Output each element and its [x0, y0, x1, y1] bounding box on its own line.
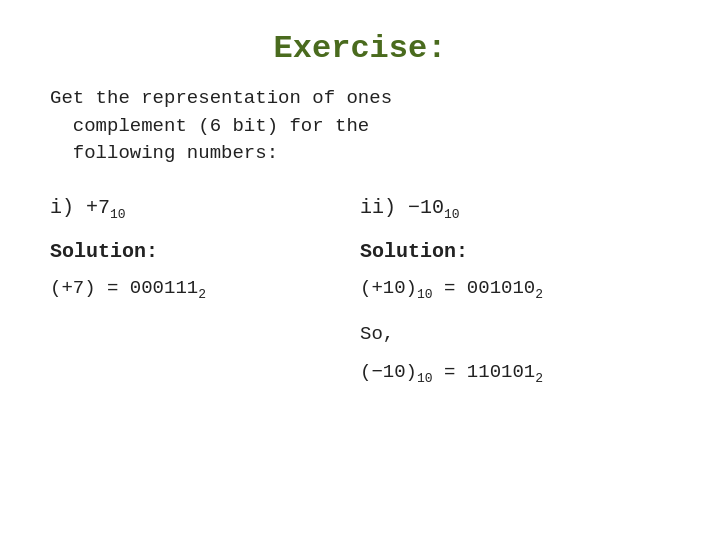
so-block: So, (−10)10 = 1101012	[360, 323, 670, 402]
right-solution-line1: (+10)10 = 0010102	[360, 277, 670, 302]
intro-text: Get the representation of ones complemen…	[50, 85, 670, 168]
page-title: Exercise:	[50, 30, 670, 67]
right-solution-sub2: 2	[535, 286, 543, 301]
left-column: i) +710 Solution: (+7) = 0001112	[50, 196, 360, 510]
right-solution-sub3: 10	[417, 371, 433, 386]
right-problem-sub: 10	[444, 207, 460, 222]
right-solution-line2: (−10)10 = 1101012	[360, 361, 670, 386]
left-solution-line: (+7) = 0001112	[50, 277, 360, 302]
left-problem: i) +710	[50, 196, 360, 222]
left-problem-sub: 10	[110, 207, 126, 222]
right-problem: ii) −1010	[360, 196, 670, 222]
right-column: ii) −1010 Solution: (+10)10 = 0010102 So…	[360, 196, 670, 510]
right-solution-label: Solution:	[360, 240, 670, 263]
left-solution-sub: 2	[198, 286, 206, 301]
right-solution-sub1: 10	[417, 286, 433, 301]
so-label: So,	[360, 323, 670, 345]
right-solution-sub4: 2	[535, 371, 543, 386]
page: Exercise: Get the representation of ones…	[0, 0, 720, 540]
two-column-layout: i) +710 Solution: (+7) = 0001112 ii) −10…	[50, 196, 670, 510]
left-solution-label: Solution:	[50, 240, 360, 263]
